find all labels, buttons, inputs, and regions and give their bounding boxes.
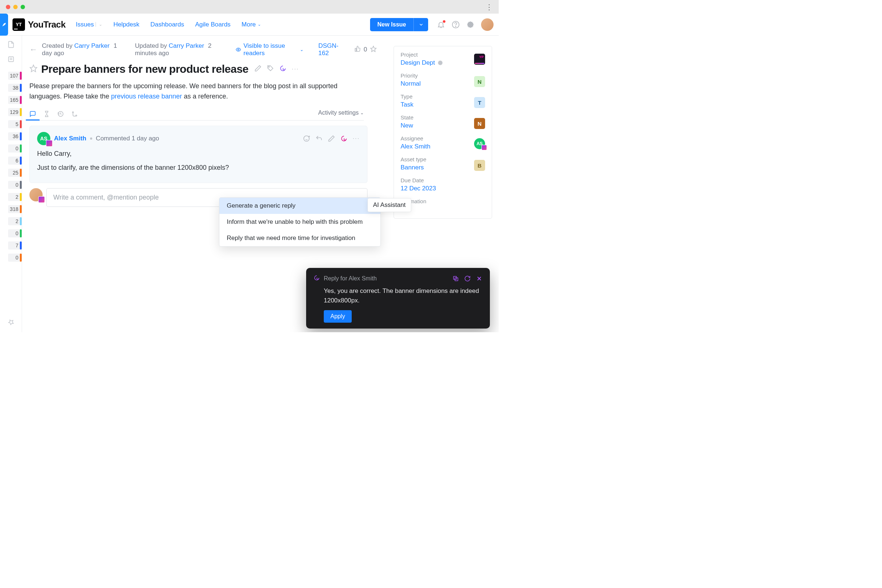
field-asset-type[interactable]: Asset type Banners B — [400, 156, 485, 171]
help-icon[interactable] — [452, 21, 460, 28]
rail-doc-icon[interactable] — [6, 39, 16, 51]
field-project[interactable]: Project Design Dept YP — [400, 51, 485, 66]
ai-menu-item-generic-reply[interactable]: Generate a generic reply — [219, 198, 380, 214]
nav-helpdesk[interactable]: Helpdesk — [113, 21, 139, 28]
ai-assistant-tooltip: AI Assistant — [368, 198, 411, 212]
tab-history-icon[interactable] — [57, 111, 64, 117]
issue-key[interactable]: DSGN-162 — [318, 42, 344, 57]
rail-count-chip[interactable]: 2 — [0, 192, 22, 202]
rail-count-chip[interactable]: 129 — [0, 107, 22, 117]
created-by-user-link[interactable]: Carry Parker — [74, 42, 110, 49]
ai-reply-icon[interactable] — [340, 135, 348, 142]
activity-settings-dropdown[interactable]: Activity settings⌄ — [318, 110, 364, 118]
issue-description: Please prepare the banners for the upcom… — [29, 81, 364, 102]
visibility-dropdown[interactable]: Visible to issue readers ⌄ — [236, 42, 303, 57]
user-avatar[interactable] — [481, 18, 494, 31]
gear-icon[interactable] — [437, 60, 443, 66]
updated-by-text: Updated by Carry Parker 2 minutes ago — [135, 42, 231, 57]
field-value[interactable]: Alex Smith — [400, 143, 485, 150]
rail-count-chip[interactable]: 0 — [0, 144, 22, 153]
nav-more[interactable]: More⌄ — [242, 21, 261, 28]
rail-count-chip[interactable]: 165 — [0, 95, 22, 105]
close-window-icon[interactable] — [6, 5, 10, 9]
field-estimation[interactable]: Estimation ? — [400, 198, 485, 213]
rail-count-chip[interactable]: 0 — [0, 180, 22, 190]
pin-icon[interactable] — [8, 319, 14, 327]
rail-count-chip[interactable]: 38 — [0, 83, 22, 93]
field-state[interactable]: State New N — [400, 114, 485, 129]
maximize-window-icon[interactable] — [21, 5, 25, 9]
close-icon[interactable] — [476, 275, 483, 282]
react-icon[interactable] — [303, 135, 310, 142]
field-value[interactable]: Banners — [400, 164, 485, 171]
field-value[interactable]: Normal — [400, 80, 485, 87]
field-value[interactable]: New — [400, 122, 485, 129]
rail-list-icon[interactable] — [6, 54, 16, 66]
comment-author-link[interactable]: Alex Smith — [54, 135, 86, 142]
issue-title: Prepare banners for new product release — [41, 63, 248, 75]
field-assignee[interactable]: Assignee Alex Smith AS — [400, 135, 485, 150]
apply-button[interactable]: Apply — [324, 310, 352, 322]
ai-menu-item-unable-to-help[interactable]: Inform that we're unable to help with th… — [219, 214, 380, 230]
new-issue-dropdown-button[interactable] — [413, 18, 428, 31]
new-issue-button-group: New Issue — [370, 18, 428, 31]
rail-count-chip[interactable]: 36 — [0, 132, 22, 141]
rail-count-chip[interactable]: 5 — [0, 119, 22, 129]
field-label: Assignee — [400, 135, 485, 141]
logo-mark-icon: YT — [12, 18, 25, 31]
comment-author-avatar[interactable]: AS — [37, 132, 50, 145]
field-value[interactable]: Task — [400, 101, 485, 108]
rail-count-chip[interactable]: 7 — [0, 241, 22, 250]
field-value[interactable]: 12 Dec 2023 — [400, 185, 485, 192]
nav-agile-boards[interactable]: Agile Boards — [195, 21, 230, 28]
back-arrow-icon[interactable]: ← — [29, 45, 38, 54]
ai-menu-item-need-more-time[interactable]: Reply that we need more time for investi… — [219, 230, 380, 246]
copy-icon[interactable] — [452, 275, 459, 282]
rail-count-chip[interactable]: 2 — [0, 216, 22, 226]
rail-count-chip[interactable]: 318 — [0, 204, 22, 214]
current-user-avatar[interactable] — [29, 188, 43, 201]
updated-by-user-link[interactable]: Carry Parker — [169, 42, 204, 49]
separator-dot — [90, 138, 92, 140]
rail-count-chip[interactable]: 6 — [0, 156, 22, 165]
comment-more-icon[interactable]: ··· — [353, 135, 360, 142]
field-due-date[interactable]: Due Date 12 Dec 2023 — [400, 177, 485, 192]
field-label: Priority — [400, 72, 485, 79]
more-actions-icon[interactable]: ··· — [292, 66, 299, 72]
rail-count-chip[interactable]: 25 — [0, 168, 22, 177]
svg-point-9 — [72, 112, 74, 113]
minimize-window-icon[interactable] — [13, 5, 18, 9]
new-issue-button[interactable]: New Issue — [370, 18, 413, 31]
ai-swirl-icon[interactable] — [279, 64, 286, 74]
nav-dashboards[interactable]: Dashboards — [150, 21, 184, 28]
tab-comments-icon[interactable] — [29, 111, 36, 117]
star-icon[interactable] — [370, 46, 376, 54]
field-label: Project — [400, 51, 485, 58]
thumbs-up-icon[interactable] — [354, 46, 361, 54]
reference-link[interactable]: previous release banner — [111, 93, 182, 100]
tab-time-icon[interactable] — [44, 111, 50, 117]
reply-icon[interactable] — [315, 135, 322, 142]
feather-tab-icon[interactable] — [0, 14, 8, 36]
rail-count-chip[interactable]: 0 — [0, 229, 22, 238]
os-title-bar: ⋮ — [0, 0, 499, 14]
field-value[interactable]: ? — [400, 206, 485, 213]
edit-icon[interactable] — [254, 64, 262, 74]
notification-badge — [442, 20, 446, 23]
browser-menu-icon[interactable]: ⋮ — [484, 1, 494, 13]
app-logo[interactable]: YT YouTrack — [12, 18, 65, 31]
field-priority[interactable]: Priority Normal N — [400, 72, 485, 87]
tab-vcs-icon[interactable] — [71, 111, 78, 117]
edit-comment-icon[interactable] — [328, 135, 335, 142]
settings-icon[interactable] — [466, 21, 474, 28]
tag-icon[interactable] — [267, 64, 274, 74]
field-value[interactable]: Design Dept — [400, 59, 435, 66]
regenerate-icon[interactable] — [464, 275, 471, 282]
rail-count-chip[interactable]: 107 — [0, 71, 22, 81]
rail-count-chip[interactable]: 0 — [0, 253, 22, 262]
favorite-star-icon[interactable] — [29, 64, 38, 74]
field-type[interactable]: Type Task T — [400, 93, 485, 108]
nav-issues[interactable]: Issues⌄ — [76, 21, 102, 28]
notifications-icon[interactable] — [437, 21, 445, 28]
field-label: State — [400, 114, 485, 120]
